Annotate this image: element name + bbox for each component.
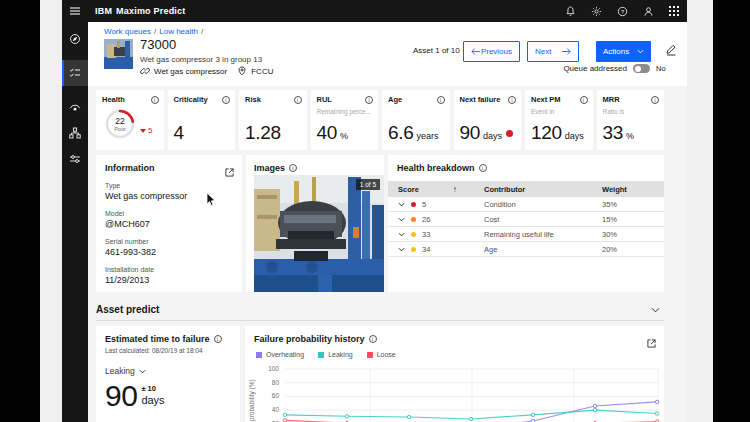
actions-dropdown-button[interactable]: Actions	[596, 41, 651, 62]
asset-photo[interactable]: 1 of 5	[254, 175, 384, 292]
legend-item-overheating[interactable]: Overheating	[256, 351, 304, 358]
field-value: Wet gas compressor	[105, 191, 233, 201]
weight-value: 30%	[602, 230, 664, 239]
svg-text:100: 100	[268, 365, 279, 372]
contributor-value: Remaining useful life	[484, 230, 602, 239]
column-header-contributor[interactable]: Contributor	[484, 185, 602, 194]
field-label: Model	[105, 210, 233, 217]
metric-label: Health	[102, 95, 125, 104]
edit-pencil-icon[interactable]	[665, 42, 677, 60]
failure-mode-dropdown[interactable]: Leaking	[105, 366, 146, 376]
notifications-bell-icon[interactable]	[557, 0, 583, 22]
sidebar-item-explore[interactable]	[62, 26, 88, 52]
sidebar-item-hierarchy[interactable]	[62, 120, 88, 146]
info-icon[interactable]	[151, 96, 159, 104]
column-header-score[interactable]: Score ↑	[388, 185, 484, 194]
column-header-weight[interactable]: Weight	[602, 185, 664, 194]
metric-unit: days	[483, 131, 502, 141]
info-icon[interactable]	[508, 96, 516, 104]
compressor-photo-illustration	[254, 175, 384, 292]
info-icon[interactable]	[580, 96, 588, 104]
information-launch-icon[interactable]	[225, 163, 234, 181]
metric-label: MRR	[603, 95, 620, 104]
metric-value: 90	[460, 122, 481, 144]
legend-item-leaking[interactable]: Leaking	[318, 351, 353, 358]
table-row[interactable]: 26Cost15%	[388, 212, 664, 227]
metric-value-row: 1.28	[245, 122, 281, 144]
metric-card-health: Health22Poor5	[96, 90, 164, 150]
health-breakdown-title: Health breakdown	[397, 163, 475, 173]
breadcrumb-link-low-health[interactable]: Low health	[159, 27, 198, 36]
svg-text:?: ?	[620, 8, 623, 14]
health-delta-indicator: 5	[140, 126, 152, 135]
score-value: 5	[422, 200, 426, 209]
legend-swatch	[256, 352, 262, 358]
help-icon[interactable]: ?	[609, 0, 635, 22]
score-status-dot	[411, 247, 416, 252]
sidebar-item-monitor[interactable]	[62, 94, 88, 120]
hamburger-menu-icon[interactable]	[62, 0, 88, 22]
settings-gear-icon[interactable]	[583, 0, 609, 22]
table-row[interactable]: 5Condition35%	[388, 197, 664, 212]
row-expand-chevron-icon[interactable]	[398, 217, 405, 222]
info-icon[interactable]	[437, 96, 445, 104]
metric-unit: days	[565, 131, 584, 141]
legend-label: Loose	[377, 351, 396, 358]
app-switcher-icon[interactable]	[661, 0, 687, 22]
legend-item-loose[interactable]: Loose	[367, 351, 396, 358]
row-expand-chevron-icon[interactable]	[398, 247, 405, 252]
left-nav-rail	[62, 22, 88, 422]
metric-subtitle: Remaining perce...	[317, 108, 374, 116]
metric-card-next-pm: Next PMEvent in120days	[525, 90, 593, 150]
table-row[interactable]: 34Age20%	[388, 242, 664, 257]
metric-card-risk: Risk1.28	[239, 90, 307, 150]
info-icon[interactable]	[365, 96, 373, 104]
estimated-time-to-failure-card: Estimated time to failure Last calculate…	[96, 326, 240, 422]
queue-addressed-toggle[interactable]	[633, 64, 650, 73]
sidebar-item-work-queues[interactable]	[62, 60, 88, 86]
etf-value-row: 90 ± 10 days	[105, 379, 231, 413]
field-value: 11/29/2013	[105, 275, 233, 285]
image-counter-badge: 1 of 5	[356, 179, 380, 190]
table-row[interactable]: 33Remaining useful life30%	[388, 227, 664, 242]
health-breakdown-table: Score ↑ Contributor Weight 5Condition35%…	[388, 181, 664, 257]
asset-predict-section-header: Asset predict	[96, 299, 664, 321]
metric-card-rul: RULRemaining perce...40%	[311, 90, 379, 150]
etf-title: Estimated time to failure	[105, 334, 210, 344]
info-icon[interactable]	[222, 96, 230, 104]
metric-unit: %	[626, 131, 634, 141]
user-avatar-icon[interactable]	[635, 0, 661, 22]
metric-value: 1.28	[245, 122, 281, 144]
metric-value-row: 120days	[531, 122, 584, 144]
metric-value-row: 40%	[317, 122, 349, 144]
next-button[interactable]: Next	[527, 41, 579, 62]
row-expand-chevron-icon[interactable]	[398, 232, 405, 237]
info-icon[interactable]	[651, 96, 659, 104]
score-value: 26	[422, 215, 430, 224]
svg-text:60: 60	[272, 392, 280, 399]
previous-button[interactable]: Previous	[463, 41, 520, 62]
field-value: 461-993-382	[105, 247, 233, 257]
page-title-asset-id: 73000	[140, 37, 176, 52]
field-value: @MCH607	[105, 219, 233, 229]
health-breakdown-info-icon[interactable]	[479, 164, 487, 172]
etf-info-icon[interactable]	[214, 335, 222, 343]
metric-value-row: 4	[174, 122, 184, 144]
metric-subtitle: Ratio is	[603, 108, 660, 116]
field-label: Installation date	[105, 266, 233, 273]
breadcrumb-separator: /	[154, 27, 156, 36]
information-title: Information	[105, 163, 155, 173]
section-collapse-chevron-icon[interactable]	[651, 307, 664, 313]
chart-info-icon[interactable]	[369, 335, 377, 343]
images-info-icon[interactable]	[289, 164, 297, 172]
breadcrumb-link-work-queues[interactable]: Work queues	[104, 27, 151, 36]
queue-addressed-state: No	[656, 64, 670, 73]
actions-button-label: Actions	[603, 47, 629, 56]
asset-predict-title: Asset predict	[96, 304, 159, 315]
sliders-settings-icon	[69, 153, 81, 165]
sidebar-item-configuration[interactable]	[62, 146, 88, 172]
breadcrumb: Work queues/Low health/	[104, 27, 206, 36]
chart-launch-icon[interactable]	[647, 334, 656, 352]
info-icon[interactable]	[294, 96, 302, 104]
row-expand-chevron-icon[interactable]	[398, 202, 405, 207]
